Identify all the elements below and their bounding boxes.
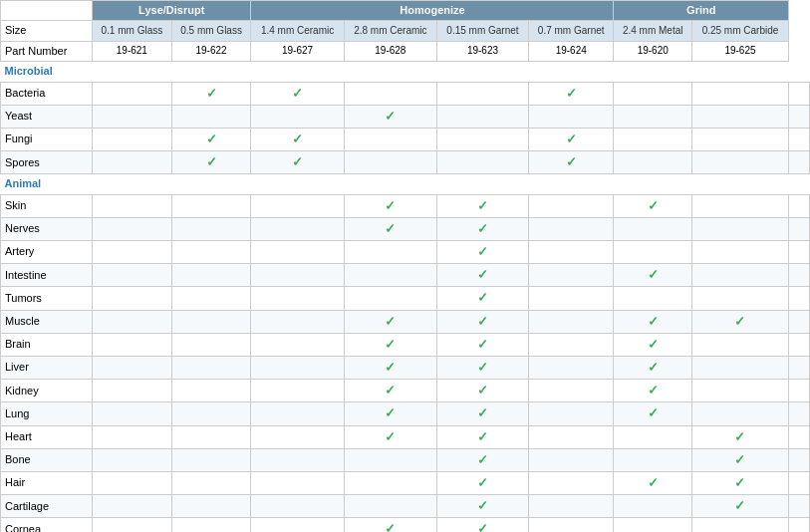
check-cell: ✓ (436, 194, 528, 217)
check-cell (789, 194, 810, 217)
row-label-tumors: Tumors (1, 287, 93, 310)
check-cell (614, 287, 691, 310)
check-cell (251, 471, 344, 494)
col-05mm: 0.5 mm Glass (171, 21, 251, 41)
check-cell (528, 471, 614, 494)
row-label-spores: Spores (1, 151, 93, 174)
check-icon: ✓ (477, 267, 488, 282)
empty-header (1, 1, 93, 21)
grind-header: Grind (614, 1, 789, 21)
col-025mm: 0.25 mm Carbide (691, 21, 788, 41)
check-icon: ✓ (385, 383, 396, 398)
check-cell: ✓ (171, 82, 251, 105)
check-icon: ✓ (385, 221, 396, 236)
check-cell (528, 194, 614, 217)
check-cell (691, 241, 788, 264)
check-icon: ✓ (734, 452, 745, 467)
part-19-624: 19-624 (528, 41, 614, 61)
check-cell (789, 518, 810, 532)
check-icon: ✓ (734, 475, 745, 490)
row-label-nerves: Nerves (1, 217, 93, 240)
row-label-yeast: Yeast (1, 105, 93, 128)
check-cell (93, 518, 172, 532)
check-cell (789, 333, 810, 356)
check-cell (171, 194, 251, 217)
check-cell (528, 495, 614, 518)
check-icon: ✓ (477, 314, 488, 329)
check-icon: ✓ (292, 86, 303, 101)
check-cell (614, 518, 691, 532)
check-cell (614, 425, 691, 448)
check-icon: ✓ (648, 405, 659, 420)
check-cell (344, 128, 436, 150)
check-cell (251, 357, 344, 380)
check-cell (436, 105, 528, 128)
check-icon: ✓ (477, 475, 488, 490)
check-cell: ✓ (691, 448, 788, 471)
check-cell: ✓ (614, 357, 691, 380)
check-cell (528, 217, 614, 240)
check-cell (171, 310, 251, 333)
check-cell: ✓ (251, 151, 344, 174)
check-cell: ✓ (344, 518, 436, 532)
table-row: Skin✓✓✓ (1, 194, 810, 217)
check-cell: ✓ (436, 287, 528, 310)
check-cell (344, 471, 436, 494)
table-row: Heart✓✓✓ (1, 425, 810, 448)
row-label-brain: Brain (1, 333, 93, 356)
check-cell: ✓ (691, 425, 788, 448)
table-row: Fungi✓✓✓ (1, 128, 810, 150)
check-cell: ✓ (436, 448, 528, 471)
check-cell (93, 471, 172, 494)
check-cell (691, 333, 788, 356)
section-header-microbial: Microbial (1, 62, 789, 82)
check-cell (171, 287, 251, 310)
check-cell (171, 402, 251, 425)
check-cell (93, 128, 172, 150)
check-cell (691, 402, 788, 425)
col-0-1mm: 0.1 mm Glass (93, 21, 172, 41)
check-cell (171, 425, 251, 448)
check-cell (93, 425, 172, 448)
table-row: Intestine✓✓ (1, 264, 810, 287)
row-label-cartilage: Cartilage (1, 495, 93, 518)
check-icon: ✓ (385, 109, 396, 124)
check-cell (251, 448, 344, 471)
check-icon: ✓ (477, 221, 488, 236)
table-row: Tumors✓ (1, 287, 810, 310)
check-cell: ✓ (344, 194, 436, 217)
check-cell (251, 105, 344, 128)
check-cell (344, 448, 436, 471)
section-header-animal: Animal (1, 174, 789, 194)
check-cell (614, 82, 691, 105)
col-14mm: 1.4 mm Ceramic (251, 21, 344, 41)
check-cell (93, 241, 172, 264)
check-cell (789, 82, 810, 105)
check-cell (789, 128, 810, 150)
check-cell (528, 333, 614, 356)
check-icon: ✓ (206, 132, 217, 146)
compatibility-table: Lyse/Disrupt Homogenize Grind Size 0.1 m… (0, 0, 810, 532)
table-row: Bone✓✓ (1, 448, 810, 471)
check-cell (691, 151, 788, 174)
check-cell (528, 425, 614, 448)
part-19-620: 19-620 (614, 41, 691, 61)
check-cell: ✓ (436, 333, 528, 356)
check-cell: ✓ (528, 151, 614, 174)
check-cell: ✓ (691, 495, 788, 518)
check-icon: ✓ (566, 154, 577, 169)
check-icon: ✓ (648, 383, 659, 398)
check-cell (344, 82, 436, 105)
size-label: Size (1, 21, 93, 41)
check-icon: ✓ (206, 86, 217, 101)
check-cell (171, 471, 251, 494)
check-cell: ✓ (171, 128, 251, 150)
check-cell (251, 194, 344, 217)
check-icon: ✓ (477, 429, 488, 444)
check-cell (691, 82, 788, 105)
check-icon: ✓ (477, 452, 488, 467)
check-cell (614, 241, 691, 264)
col-015mm: 0.15 mm Garnet (436, 21, 528, 41)
check-cell (528, 105, 614, 128)
check-cell (528, 357, 614, 380)
